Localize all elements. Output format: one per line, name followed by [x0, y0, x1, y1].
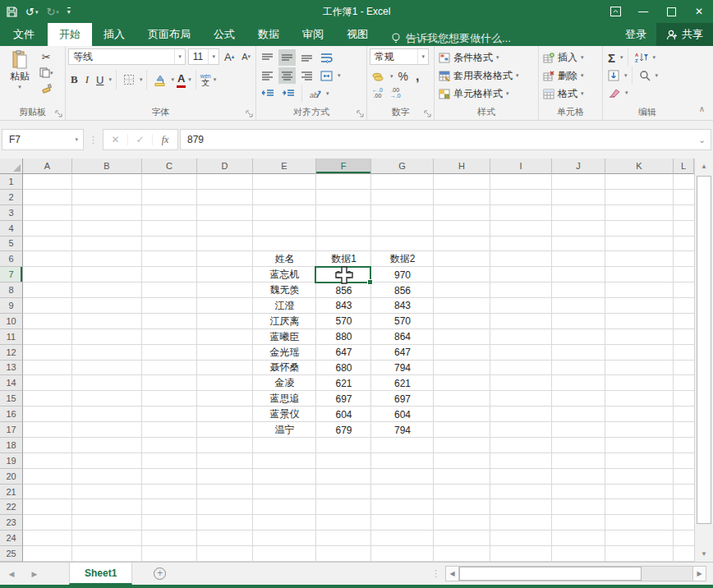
- column-header-A[interactable]: A: [23, 158, 72, 174]
- row-header-20[interactable]: 20: [0, 469, 23, 485]
- align-middle-button[interactable]: [278, 49, 296, 66]
- comma-style-button[interactable]: ,: [413, 68, 421, 85]
- fill-handle[interactable]: [367, 279, 373, 285]
- fill-color-dropdown[interactable]: ▾: [171, 76, 174, 83]
- expand-formula-bar-button[interactable]: ⌄: [699, 136, 711, 145]
- row-header-1[interactable]: 1: [0, 174, 23, 190]
- row-header-2[interactable]: 2: [0, 190, 23, 205]
- cell-G16[interactable]: 604: [371, 407, 434, 422]
- column-header-D[interactable]: D: [197, 158, 253, 174]
- vertical-scrollbar[interactable]: ▲ ▼: [694, 158, 713, 562]
- active-cell-selection[interactable]: [315, 266, 371, 283]
- number-format-combo[interactable]: 常规 ▾: [370, 48, 429, 65]
- sort-filter-dropdown[interactable]: ▾: [653, 54, 656, 61]
- redo-button[interactable]: ↻▾: [46, 7, 58, 17]
- increase-decimal-button[interactable]: ←.0 .00: [370, 85, 385, 101]
- bold-button[interactable]: B: [68, 71, 80, 88]
- autosum-button[interactable]: Σ: [605, 49, 618, 66]
- row-header-16[interactable]: 16: [0, 407, 23, 422]
- copy-button[interactable]: ▾: [37, 66, 56, 80]
- row-header-13[interactable]: 13: [0, 361, 23, 376]
- cell-F9[interactable]: 843: [316, 298, 371, 314]
- cell-E10[interactable]: 江厌离: [253, 314, 316, 329]
- tab-formulas[interactable]: 公式: [202, 23, 246, 46]
- collapse-ribbon-button[interactable]: ∧: [699, 104, 705, 113]
- cell-G7[interactable]: 970: [371, 267, 434, 283]
- customize-qat-button[interactable]: ▾: [67, 7, 71, 16]
- sort-filter-button[interactable]: AZ: [632, 49, 651, 66]
- row-header-14[interactable]: 14: [0, 375, 23, 391]
- next-sheet-button[interactable]: ▶: [23, 570, 46, 578]
- name-box-dropdown[interactable]: ▾: [75, 136, 83, 143]
- decrease-decimal-button[interactable]: .00 →.0: [388, 85, 403, 101]
- align-center-button[interactable]: [278, 67, 296, 84]
- cell-G13[interactable]: 794: [371, 361, 434, 376]
- format-cells-button[interactable]: 格式 ▾: [541, 85, 600, 103]
- font-name-combo[interactable]: 等线 ▾: [68, 48, 186, 65]
- cell-F16[interactable]: 604: [316, 407, 371, 422]
- cell-E9[interactable]: 江澄: [253, 298, 316, 314]
- tab-home[interactable]: 开始: [48, 23, 92, 46]
- column-header-L[interactable]: L: [674, 158, 694, 174]
- name-box[interactable]: F7 ▾: [2, 129, 84, 150]
- cell-G17[interactable]: 794: [371, 422, 434, 438]
- insert-function-button[interactable]: fx: [153, 134, 177, 146]
- alignment-dialog-launcher[interactable]: [356, 110, 364, 117]
- fill-color-button[interactable]: [151, 71, 168, 88]
- row-header-18[interactable]: 18: [0, 438, 23, 453]
- select-all-button[interactable]: [0, 158, 23, 174]
- cell-E7[interactable]: 蓝忘机: [253, 267, 316, 283]
- previous-sheet-button[interactable]: ◀: [0, 570, 23, 578]
- increase-indent-button[interactable]: [279, 85, 297, 102]
- fill-button[interactable]: [605, 67, 622, 84]
- align-left-button[interactable]: [259, 67, 276, 84]
- find-select-button[interactable]: [637, 67, 653, 84]
- row-header-11[interactable]: 11: [0, 329, 23, 345]
- borders-button[interactable]: [121, 71, 137, 88]
- column-header-K[interactable]: K: [605, 158, 674, 174]
- cancel-entry-button[interactable]: ✕: [104, 134, 128, 145]
- sign-in-button[interactable]: 登录: [615, 27, 656, 42]
- vertical-scroll-thumb[interactable]: [697, 176, 711, 524]
- row-header-17[interactable]: 17: [0, 422, 23, 438]
- format-as-table-button[interactable]: 套用表格格式 ▾: [437, 67, 536, 85]
- scroll-right-button[interactable]: ▶: [692, 566, 706, 581]
- maximize-button[interactable]: [657, 0, 685, 23]
- undo-dropdown[interactable]: ▾: [35, 9, 39, 15]
- column-header-E[interactable]: E: [253, 158, 316, 174]
- row-header-24[interactable]: 24: [0, 531, 23, 546]
- tab-review[interactable]: 审阅: [291, 23, 335, 46]
- accounting-format-button[interactable]: [370, 68, 388, 85]
- cell-E13[interactable]: 聂怀桑: [253, 361, 316, 376]
- font-size-combo[interactable]: 11 ▾: [188, 48, 219, 65]
- tab-splitter-handle[interactable]: ⋮: [431, 568, 440, 579]
- row-header-10[interactable]: 10: [0, 314, 23, 329]
- align-bottom-button[interactable]: [298, 49, 315, 66]
- cell-G11[interactable]: 864: [371, 329, 434, 345]
- font-color-button[interactable]: A: [177, 71, 186, 88]
- row-header-9[interactable]: 9: [0, 298, 23, 314]
- cell-F11[interactable]: 880: [316, 329, 371, 345]
- underline-button[interactable]: U: [94, 71, 106, 88]
- cell-G10[interactable]: 570: [371, 314, 434, 329]
- new-sheet-button[interactable]: +: [154, 567, 166, 580]
- orientation-dropdown[interactable]: ▾: [326, 90, 329, 97]
- font-dialog-launcher[interactable]: [246, 110, 253, 117]
- tab-view[interactable]: 视图: [335, 23, 380, 46]
- row-header-12[interactable]: 12: [0, 345, 23, 361]
- tell-me-box[interactable]: 告诉我您想要做什么...: [391, 31, 511, 46]
- row-header-7[interactable]: 7: [0, 267, 23, 283]
- scroll-up-button[interactable]: ▲: [695, 158, 713, 174]
- cell-G6[interactable]: 数据2: [371, 251, 434, 267]
- cell-G15[interactable]: 697: [371, 391, 434, 407]
- sheet-tab-sheet1[interactable]: Sheet1: [69, 563, 132, 585]
- cut-button[interactable]: ✂: [37, 50, 56, 64]
- align-right-button[interactable]: [298, 67, 315, 84]
- column-header-J[interactable]: J: [552, 158, 605, 174]
- align-top-button[interactable]: [259, 49, 276, 66]
- tab-file[interactable]: 文件: [0, 23, 48, 46]
- cell-G8[interactable]: 856: [371, 283, 434, 298]
- shrink-font-button[interactable]: A▾: [239, 48, 253, 65]
- number-dialog-launcher[interactable]: [424, 110, 431, 117]
- font-size-dropdown[interactable]: ▾: [208, 49, 218, 64]
